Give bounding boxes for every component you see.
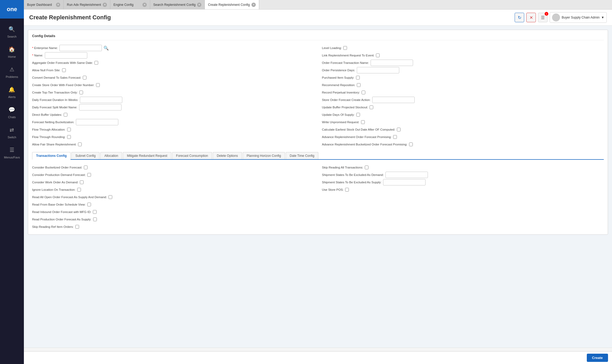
inner-tab-transactions-config[interactable]: Transactions Config <box>32 152 71 160</box>
checkbox-skip-reading-all-transactions[interactable] <box>365 166 368 169</box>
checkbox-consider-production-demand-forecast[interactable] <box>87 173 91 177</box>
checkbox-read-inbound-order-forecast-with-mfg-id[interactable] <box>93 210 97 214</box>
checkbox-skip-reading-ref-item-orders[interactable] <box>75 225 79 229</box>
field-daily-forecast-split-model-name: Daily Forecast Split Model Name: <box>32 104 314 111</box>
label-read-all-open-order-forecast: Read All Open Order Forecast As Supply A… <box>32 196 107 199</box>
inner-tab-mitigate-redundant-request[interactable]: Mitigate Redundant Request <box>123 152 171 159</box>
checkbox-read-from-base-order-schedule-view[interactable] <box>87 203 91 206</box>
sidebar-item-alerts[interactable]: 🔔 Alerts <box>4 82 20 102</box>
label-daily-forecast-duration-in-weeks: Daily Forecast Duration In Weeks: <box>32 98 78 101</box>
checkbox-flow-through-rounding[interactable] <box>67 135 71 139</box>
checkbox-flow-through-allocation[interactable] <box>67 128 71 131</box>
sidebar-item-switch[interactable]: ⇄ Switch <box>4 122 20 142</box>
label-shipment-states-excluded-as-supply: Shipment States To Be Excluded As Supply… <box>322 181 382 184</box>
close-page-button[interactable]: ✕ <box>526 13 536 22</box>
field-shipment-states-excluded-as-demand: Shipment States To Be Excluded As Demand… <box>322 171 604 179</box>
label-skip-reading-all-transactions: Skip Reading All Transactions: <box>322 166 363 169</box>
input-shipment-states-excluded-as-supply[interactable] <box>383 179 426 185</box>
checkbox-consider-work-order-as-demand[interactable] <box>80 180 84 184</box>
page-header: Create Replenishment Config ↻ ✕ ☰ 1 Buye… <box>24 10 612 26</box>
inner-tab-allocation[interactable]: Allocation <box>100 152 122 159</box>
input-name[interactable] <box>45 52 87 59</box>
menu-button[interactable]: ☰ 1 <box>538 13 548 22</box>
field-skip-reading-ref-item-orders: Skip Reading Ref Item Orders: <box>32 223 314 230</box>
checkbox-direct-buffer-updates[interactable] <box>64 113 67 117</box>
checkbox-update-days-of-supply[interactable] <box>356 113 360 117</box>
checkbox-record-perpetual-inventory[interactable] <box>362 91 365 94</box>
input-daily-forecast-duration-in-weeks[interactable] <box>80 97 122 103</box>
checkbox-read-all-open-order-forecast[interactable] <box>108 195 112 199</box>
inner-tab-forecast-consumption[interactable]: Forecast Consumption <box>172 152 212 159</box>
checkbox-convert-demand-to-sales-forecast[interactable] <box>83 76 86 79</box>
input-order-persistence-days[interactable] <box>357 67 399 73</box>
sidebar-label-home: Home <box>8 55 16 58</box>
tab-close-create-replenishment-config[interactable]: ✕ <box>251 3 256 7</box>
sidebar-item-problems[interactable]: ⚠ Problems <box>4 61 20 82</box>
field-store-order-forecast-create-action: Store Order Forecast Create Action: <box>322 96 604 104</box>
checkbox-create-store-order-with-fixed-order-number[interactable] <box>96 83 100 87</box>
checkbox-recommend-reposition[interactable] <box>357 83 361 87</box>
checkbox-allow-null-from-site[interactable] <box>62 68 66 72</box>
input-daily-forecast-split-model-name[interactable] <box>79 104 121 110</box>
refresh-button[interactable]: ↻ <box>515 13 524 22</box>
sidebar: one 🔍 Search 🏠 Home ⚠ Problems 🔔 Alerts … <box>0 0 24 364</box>
inner-tab-planning-horizon-config[interactable]: Planning Horizon Config <box>243 152 285 159</box>
checkbox-aggregate-order-forecasts[interactable] <box>94 61 98 65</box>
checkbox-advance-replenishment-bucketized-order-forecast-promising[interactable] <box>409 143 413 146</box>
checkbox-ignore-location-on-transaction[interactable] <box>77 188 81 192</box>
sidebar-item-chats[interactable]: 💬 Chats <box>4 102 20 122</box>
checkbox-link-replenishment-request-to-event[interactable] <box>376 54 380 57</box>
checkbox-use-store-pos[interactable] <box>345 188 349 192</box>
sidebar-item-home[interactable]: 🏠 Home <box>4 41 20 61</box>
checkbox-update-buffer-projected-stockout[interactable] <box>370 105 373 109</box>
enterprise-search-button[interactable]: 🔍 <box>103 46 109 51</box>
user-dropdown[interactable]: Buyer Supply Chain Admin ▼ <box>550 12 607 23</box>
field-read-all-open-order-forecast: Read All Open Order Forecast As Supply A… <box>32 193 314 201</box>
label-allow-null-from-site: Allow Null From Site: <box>32 69 60 72</box>
checkbox-level-loading[interactable] <box>343 46 347 50</box>
label-update-buffer-projected-stockout: Update Buffer Projected Stockout: <box>322 106 368 109</box>
checkbox-advance-replenishment-order-forecast-promising[interactable] <box>393 135 397 139</box>
tab-run-adv-replenishment[interactable]: Run Adv Replenishment ✕ <box>64 0 110 10</box>
input-order-forecast-transaction-name[interactable] <box>371 60 413 66</box>
tab-close-engine-config[interactable]: ✕ <box>142 3 147 7</box>
tab-buyer-dashboard[interactable]: Buyer Dashboard ✕ <box>24 0 64 10</box>
inner-tab-date-time-config[interactable]: Date Time Config <box>286 152 318 159</box>
label-level-loading: Level Loading: <box>322 46 342 50</box>
label-consider-production-demand-forecast: Consider Production Demand Forecast: <box>32 173 86 176</box>
create-button[interactable]: Create <box>587 354 608 362</box>
tab-bar: Buyer Dashboard ✕ Run Adv Replenishment … <box>24 0 612 10</box>
checkbox-consider-bucketized-order-forecast[interactable] <box>84 166 88 169</box>
tab-label-create-replenishment-config: Create Replenishment Config <box>208 3 250 7</box>
checkbox-read-production-order-forecast-as-supply[interactable] <box>93 217 97 221</box>
enterprise-search-wrap: 🔍 <box>59 45 109 51</box>
input-enterprise-name[interactable] <box>59 45 102 51</box>
chats-icon: 💬 <box>7 105 17 114</box>
checkbox-write-unpromised-request[interactable] <box>361 120 365 124</box>
problems-icon: ⚠ <box>7 65 17 74</box>
field-write-unpromised-request: Write Unpromised Request: <box>322 118 604 126</box>
tab-engine-config[interactable]: Engine Config ✕ <box>110 0 150 10</box>
tab-search-replenishment-config[interactable]: Search Replenishment Config ✕ <box>150 0 205 10</box>
sidebar-item-menus[interactable]: ☰ Menus/Favs <box>4 142 20 162</box>
checkbox-purchased-item-supply[interactable] <box>356 76 360 79</box>
inner-tab-delete-options[interactable]: Delete Options <box>213 152 242 159</box>
field-direct-buffer-updates: Direct Buffer Updates: <box>32 111 314 118</box>
label-advance-replenishment-order-forecast-promising: Advance Replenishment Order Forecast Pro… <box>322 135 392 139</box>
sidebar-item-search[interactable]: 🔍 Search <box>4 21 20 41</box>
app-logo[interactable]: one <box>0 0 24 19</box>
tab-close-buyer-dashboard[interactable]: ✕ <box>56 3 60 7</box>
tab-close-search-replenishment-config[interactable]: ✕ <box>197 3 201 7</box>
tab-close-run-adv-replenishment[interactable]: ✕ <box>103 3 107 7</box>
field-level-loading: Level Loading: <box>322 44 604 52</box>
checkbox-calculate-earliest-stock-out[interactable] <box>397 128 401 131</box>
checkbox-create-top-tier-transaction-only[interactable] <box>79 91 83 94</box>
tab-create-replenishment-config[interactable]: Create Replenishment Config ✕ <box>205 0 259 10</box>
label-purchased-item-supply: Purchased Item Supply: <box>322 76 354 79</box>
checkbox-allow-fair-share-replenishment[interactable] <box>78 143 82 146</box>
input-shipment-states-excluded-as-demand[interactable] <box>385 172 428 178</box>
horizontal-scrollbar[interactable] <box>24 348 612 351</box>
input-store-order-forecast-create-action[interactable] <box>372 97 415 103</box>
input-forecast-netting-bucketization[interactable] <box>76 119 118 125</box>
inner-tab-subnet-config[interactable]: Subnet Config <box>71 152 99 159</box>
